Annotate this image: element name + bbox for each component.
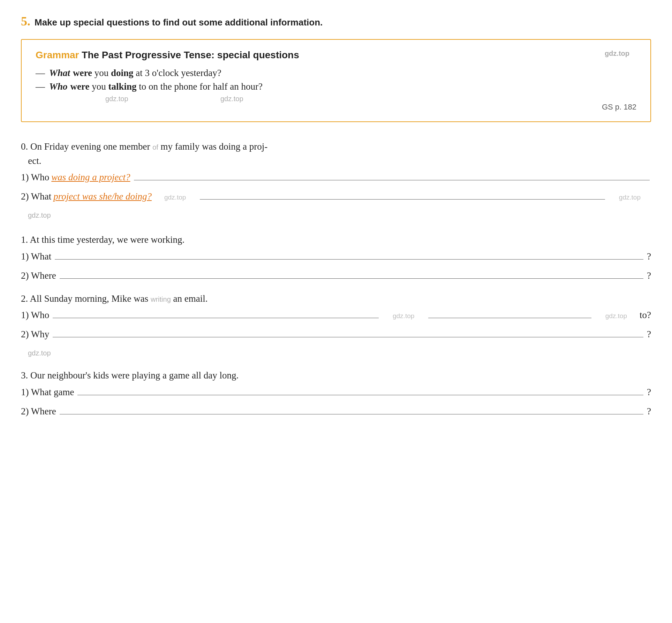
watermark-gdz-top-3: gdz.top [28,211,51,219]
s3-q1-line [77,385,643,395]
sentence-3-q1-row: 1) What game ? [21,385,651,398]
watermark-s2-1: gdz.top [393,312,414,320]
s3-q2-line [60,405,643,414]
example1-text: were you doing at 3 o'clock yesterday? [73,68,221,78]
grammar-title-rest: The Past Progressive Tense: special ques… [82,50,299,60]
q0-1-answer: was doing a project? [51,172,130,183]
watermark-writing: writing [151,295,171,303]
grammar-title: Grammar The Past Progressive Tense: spec… [36,50,636,61]
exercise-header: 5. Make up special questions to find out… [21,14,651,29]
grammar-example-2: — Who were you talking to on the phone f… [36,81,636,92]
sentence-0-block: 0. On Friday evening one member of my fa… [21,140,651,220]
sentence-3-block: 3. Our neighbour's kids were playing a g… [21,368,651,417]
s1-q1-line [55,250,643,260]
example2-text: were you talking to on the phone for hal… [70,81,263,92]
watermark-gdz-top-1: gdz.top [164,194,186,201]
s1-q2-prefix: 2) Where [21,270,56,281]
sentence-3-q2-row: 2) Where ? [21,405,651,417]
s3-q2-suffix: ? [647,406,651,417]
wh-who: Who [49,81,68,92]
s3-q2-prefix: 2) Where [21,406,56,417]
s2-q2-line [53,328,643,337]
grammar-box: Grammar The Past Progressive Tense: spec… [21,39,651,122]
s3-q1-prefix: 1) What game [21,387,74,398]
sentence-0-q1-row: 1) Who was doing a project? [21,171,651,183]
s2-q2-suffix: ? [647,329,651,340]
s1-q2-suffix: ? [647,270,651,281]
s2-q1-line2 [428,308,591,318]
s2-q1-line [53,308,379,318]
sentence-2-label: 2. All Sunday morning, Mike was writing … [21,292,651,306]
s2-q2-prefix: 2) Why [21,329,49,340]
dash-2: — [36,81,45,92]
sentence-1-label: 1. At this time yesterday, we were worki… [21,233,651,247]
q0-1-line [134,171,650,180]
grammar-example-1: — What were you doing at 3 o'clock yeste… [36,68,636,78]
watermark-s2-2: gdz.top [605,312,627,320]
watermark-of: of [152,143,158,151]
s3-q1-suffix: ? [647,387,651,398]
sentence-2-block: 2. All Sunday morning, Mike was writing … [21,292,651,358]
watermark-1: gdz.top [605,50,629,58]
wh-what: What [49,68,70,78]
sentence-1-block: 1. At this time yesterday, we were worki… [21,233,651,281]
sentence-0-q2-row: 2) What project was she/he doing? gdz.to… [21,190,651,202]
grammar-word: Grammar [36,50,79,60]
watermark-s2-3: gdz.top [28,349,51,357]
gs-ref: GS p. 182 [36,103,636,112]
q0-2-prefix: 2) What [21,191,51,202]
watermark-3: gdz.top [220,95,243,103]
s1-q1-suffix: ? [647,251,651,262]
dash-1: — [36,68,45,78]
q0-2-line [200,190,605,200]
q0-2-answer: project was she/he doing? [53,191,152,202]
sentence-2-q1-row: 1) Who gdz.top gdz.top to? [21,308,651,321]
s1-q2-line [60,269,643,279]
q0-1-prefix: 1) Who [21,172,49,183]
s2-q1-suffix: to? [640,310,651,321]
sentence-2-q2-row: 2) Why ? [21,328,651,340]
s2-q1-prefix: 1) Who [21,310,49,321]
exercise-instruction: Make up special questions to find out so… [35,17,323,28]
sentence-1-q2-row: 2) Where ? [21,269,651,281]
sentence-1-q1-row: 1) What ? [21,250,651,262]
s1-q1-prefix: 1) What [21,251,51,262]
sentence-0-label: 0. On Friday evening one member of my fa… [21,140,651,168]
watermark-2: gdz.top [105,95,128,103]
sentence-3-label: 3. Our neighbour's kids were playing a g… [21,368,651,383]
exercise-number: 5. [21,14,30,29]
watermark-gdz-top-2: gdz.top [619,194,641,201]
